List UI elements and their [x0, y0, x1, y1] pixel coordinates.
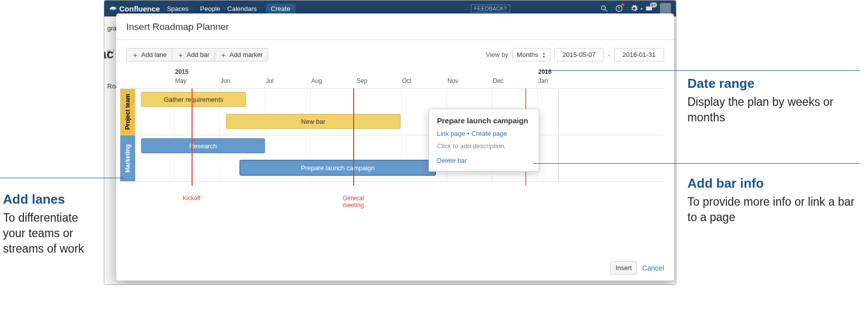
month-label: Sep: [357, 77, 367, 84]
page-title-fragment: ac: [104, 46, 114, 62]
notifications-icon[interactable]: 9+: [645, 4, 653, 12]
view-by-select[interactable]: Months ▲▼: [512, 48, 550, 61]
nav-spaces[interactable]: Spaces ▾: [167, 5, 193, 12]
create-button[interactable]: Create: [266, 3, 295, 14]
lane-body[interactable]: Research Prepare launch campaign: [135, 135, 664, 181]
lanes-container: Project team Gather requirements New bar…: [120, 88, 664, 182]
callout-bar-info: Add bar info To provide more info or lin…: [687, 175, 857, 225]
search-icon[interactable]: [600, 4, 608, 12]
bar-popover: Prepare launch campaign Link page•Create…: [429, 109, 539, 172]
roadmap-modal: Insert Roadmap Planner ＋Add lane ＋Add ba…: [116, 13, 674, 281]
month-label: Aug: [311, 77, 322, 84]
svg-text:?: ?: [618, 6, 621, 11]
nav-calendars[interactable]: Calendars: [227, 5, 257, 12]
brand-text: Confluence: [119, 4, 160, 13]
add-marker-button[interactable]: ＋Add marker: [215, 48, 268, 61]
month-label: Dec: [493, 77, 503, 84]
lane-project-team: Project team Gather requirements New bar: [120, 88, 664, 135]
plus-icon: ＋: [132, 51, 139, 58]
lane-label[interactable]: Project team: [120, 89, 135, 135]
popover-title: Prepare launch campaign: [437, 116, 531, 125]
add-bar-button[interactable]: ＋Add bar: [172, 48, 215, 61]
callout-body: To provide more info or link a bar to a …: [687, 194, 857, 225]
month-label: Oct: [402, 77, 412, 84]
help-icon[interactable]: ?: [615, 4, 623, 12]
callout-line: [0, 178, 124, 178]
cancel-link[interactable]: Cancel: [642, 264, 664, 272]
lane-body[interactable]: Gather requirements New bar: [135, 89, 664, 135]
notification-count-badge: 9+: [650, 2, 657, 7]
popover-description[interactable]: Click to add description.: [437, 142, 531, 150]
notification-dot-icon: [621, 3, 625, 6]
svg-line-1: [605, 9, 607, 11]
lane-marketing: Marketing Research Prepare launch campai…: [120, 135, 664, 182]
insert-button[interactable]: Insert: [610, 261, 638, 275]
date-from-input[interactable]: 2015-05-07: [554, 48, 604, 61]
bar-research[interactable]: Research: [141, 138, 265, 153]
callout-heading: Date range: [687, 75, 857, 92]
callout-date-range: Date range Display the plan by weeks or …: [687, 75, 857, 125]
gear-icon[interactable]: ▾: [630, 4, 638, 12]
month-label: Jul: [266, 77, 273, 84]
bar-prepare-launch-campaign[interactable]: Prepare launch campaign: [240, 160, 435, 175]
month-label: Jun: [220, 77, 230, 84]
year-label: 2016: [538, 68, 552, 75]
create-page[interactable]: Create page: [471, 130, 507, 137]
toolbar: ＋Add lane ＋Add bar ＋Add marker View by M…: [120, 48, 664, 61]
brand-logo[interactable]: Confluence: [109, 4, 160, 13]
top-icons: ? ▾ 9+: [600, 3, 671, 14]
delete-bar-link[interactable]: Delete bar: [437, 157, 531, 164]
callout-line: [533, 163, 861, 164]
callout-heading: Add lanes: [3, 191, 103, 208]
feedback-badge[interactable]: FEEDBACK?: [471, 4, 510, 12]
view-by-label: View by: [486, 51, 508, 58]
year-label: 2015: [175, 68, 189, 75]
nav-people[interactable]: People: [200, 5, 220, 12]
timeline-header: 2015 2016 May Jun Jul Aug Sep Oct Nov De…: [140, 68, 664, 88]
add-lane-button[interactable]: ＋Add lane: [126, 48, 172, 61]
callout-add-lanes: Add lanes To differentiate your teams or…: [3, 191, 103, 257]
popover-links: Link page•Create page: [437, 130, 531, 137]
chevron-down-icon: ▾: [191, 6, 193, 11]
callout-line: [541, 70, 860, 71]
bar-gather-requirements[interactable]: Gather requirements: [141, 92, 246, 107]
month-label: Nov: [447, 77, 458, 84]
link-page[interactable]: Link page: [437, 130, 465, 137]
view-controls: View by Months ▲▼ 2015-05-07 - 2016-01-3…: [486, 48, 664, 61]
modal-footer: Insert Cancel: [116, 255, 674, 281]
month-label: Jan: [538, 77, 548, 84]
plus-icon: ＋: [177, 51, 184, 58]
lane-label[interactable]: Marketing: [120, 135, 135, 181]
plus-icon: ＋: [220, 51, 227, 58]
marker-label: General meeting: [343, 195, 364, 209]
modal-body: ＋Add lane ＋Add bar ＋Add marker View by M…: [116, 40, 674, 255]
marker-label: Kickoff: [183, 195, 201, 202]
app-window: Confluence Spaces ▾ People Calendars Cre…: [104, 0, 676, 285]
svg-point-0: [602, 6, 606, 10]
modal-title: Insert Roadmap Planner: [116, 13, 674, 40]
add-buttons-group: ＋Add lane ＋Add bar ＋Add marker: [126, 48, 268, 61]
select-caret-icon: ▲▼: [542, 51, 546, 58]
callout-body: To differentiate your teams or streams o…: [3, 210, 103, 257]
avatar[interactable]: [660, 3, 671, 14]
bar-new-bar[interactable]: New bar: [226, 114, 401, 129]
callout-body: Display the plan by weeks or months: [687, 94, 857, 125]
confluence-icon: [109, 4, 117, 12]
month-label: May: [175, 77, 187, 84]
callout-heading: Add bar info: [687, 175, 857, 192]
date-separator: -: [608, 51, 610, 58]
date-to-input[interactable]: 2016-01-31: [614, 48, 664, 61]
